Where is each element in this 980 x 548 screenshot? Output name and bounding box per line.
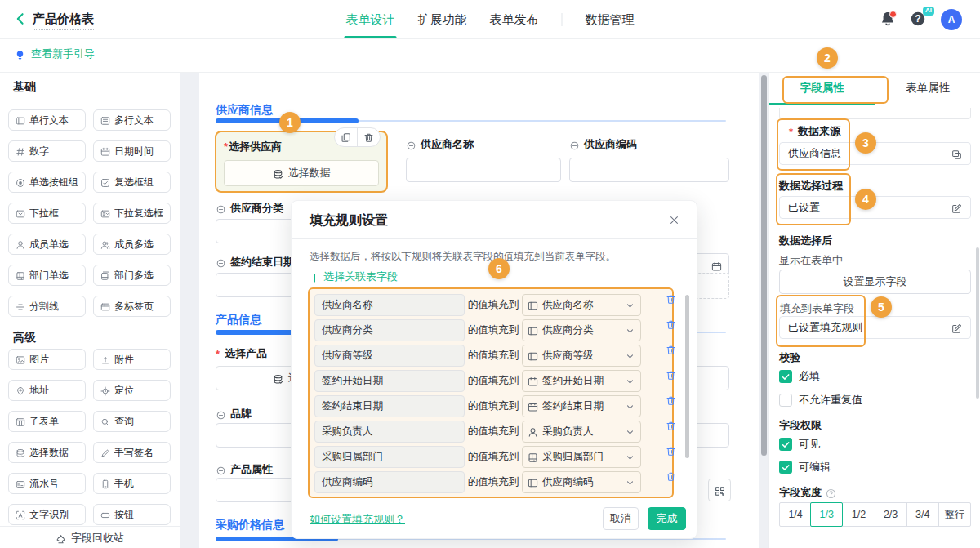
confirm-button[interactable]: 完成 <box>648 507 686 530</box>
field-item-ocr[interactable]: 文字识别 <box>8 504 86 525</box>
rule-source-field[interactable]: 签约结束日期 <box>314 395 465 417</box>
form-reference-icon[interactable] <box>951 147 962 159</box>
field-item-subform[interactable]: 子表单 <box>8 411 86 432</box>
cancel-button[interactable]: 取消 <box>603 507 639 530</box>
delete-rule-icon[interactable] <box>666 470 679 483</box>
field-item-dept-multi[interactable]: 部门多选 <box>93 265 171 286</box>
width-option-2/3[interactable]: 2/3 <box>875 503 906 526</box>
delete-rule-icon[interactable] <box>666 394 679 407</box>
field-recycle-bin[interactable]: 字段回收站 <box>0 531 180 546</box>
field-item-image[interactable]: 图片 <box>8 349 86 370</box>
supplier-name-input[interactable] <box>406 158 561 182</box>
field-item-button-field[interactable]: 按钮 <box>93 504 171 525</box>
field-item-attachment[interactable]: 附件 <box>93 349 171 370</box>
width-option-3/4[interactable]: 3/4 <box>906 503 938 526</box>
field-item-phone[interactable]: 手机 <box>93 473 171 494</box>
add-related-field-link[interactable]: 选择关联表字段 <box>310 270 398 284</box>
rule-source-field[interactable]: 采购归属部门 <box>314 446 465 468</box>
tab-form-properties[interactable]: 表单属性 <box>875 72 980 105</box>
rule-source-field[interactable]: 供应商名称 <box>314 294 465 316</box>
width-option-1/4[interactable]: 1/4 <box>780 503 811 526</box>
form-title[interactable]: 产品价格表 <box>33 11 94 30</box>
width-option-1/3[interactable]: 1/3 <box>810 502 843 527</box>
newbie-guide-link[interactable]: 查看新手引导 <box>15 47 95 61</box>
link-icon <box>216 408 226 420</box>
field-item-tabs[interactable]: 多标签页 <box>93 296 171 317</box>
width-option-整行[interactable]: 整行 <box>938 503 970 526</box>
field-item-query[interactable]: 查询 <box>93 411 171 432</box>
link-icon <box>216 256 226 268</box>
field-item-location[interactable]: 定位 <box>93 380 171 401</box>
rule-source-field[interactable]: 签约开始日期 <box>314 370 465 392</box>
help-icon[interactable]: ?AI <box>910 11 928 29</box>
notification-bell-icon[interactable] <box>880 11 898 29</box>
delete-rule-icon[interactable] <box>666 318 679 331</box>
visible-checkbox[interactable]: 可见 <box>779 437 820 452</box>
delete-rule-icon[interactable] <box>666 292 679 305</box>
qr-scan-button[interactable] <box>708 479 731 501</box>
edit-icon[interactable] <box>951 201 962 213</box>
copy-field-icon[interactable] <box>335 128 357 146</box>
field-item-member-single[interactable]: 成员单选 <box>8 234 86 255</box>
delete-rule-icon[interactable] <box>666 444 679 457</box>
header-tab-3[interactable]: 表单发布 <box>479 0 550 38</box>
tab-field-properties[interactable]: 字段属性 <box>769 72 875 105</box>
field-item-checkbox-group[interactable]: 复选框组 <box>93 172 171 193</box>
truncated-input[interactable] <box>779 108 971 119</box>
multi-line-text-icon <box>100 114 110 126</box>
rule-target-select[interactable]: 签约结束日期 <box>522 395 641 417</box>
field-item-select[interactable]: 下拉框 <box>8 203 86 224</box>
rule-target-select[interactable]: 供应商分类 <box>522 319 641 341</box>
help-question-icon[interactable] <box>826 486 836 498</box>
delete-rule-icon[interactable] <box>666 419 679 432</box>
rule-source-field[interactable]: 供应商编码 <box>314 471 465 493</box>
delete-rule-icon[interactable] <box>666 343 679 356</box>
field-item-multi-line-text[interactable]: 多行文本 <box>93 109 171 131</box>
header-tab-4[interactable]: 数据管理 <box>574 0 646 38</box>
modal-scrollbar[interactable] <box>685 295 689 458</box>
pick-data-button[interactable]: 选择数据 <box>224 160 379 186</box>
rule-target-select[interactable]: 供应商名称 <box>522 294 641 316</box>
rule-target-select[interactable]: 采购负责人 <box>522 421 641 443</box>
required-checkbox[interactable]: 必填 <box>779 369 820 384</box>
field-item-radio-group[interactable]: 单选按钮组 <box>8 172 86 193</box>
field-item-member-multi[interactable]: 成员多选 <box>93 234 171 255</box>
header-tab-1[interactable]: 表单设计 <box>335 0 407 38</box>
delete-rule-icon[interactable] <box>666 368 679 381</box>
user-avatar[interactable]: A <box>941 9 962 30</box>
field-item-address[interactable]: 地址 <box>8 380 86 401</box>
field-item-number[interactable]: 数字 <box>8 140 86 162</box>
fill-rules-help-link[interactable]: 如何设置填充规则？ <box>310 512 405 527</box>
field-item-single-line-text[interactable]: 单行文本 <box>8 109 86 131</box>
editable-checkbox[interactable]: 可编辑 <box>779 460 831 474</box>
qr-icon <box>715 483 725 496</box>
rule-target-select[interactable]: 签约开始日期 <box>522 370 641 392</box>
canvas-scrollbar[interactable] <box>761 75 767 456</box>
selected-field-choose-supplier[interactable]: 选择供应商 选择数据 <box>215 131 388 193</box>
back-icon[interactable] <box>13 11 28 26</box>
field-item-pick-data[interactable]: 选择数据 <box>8 442 86 463</box>
rule-source-field[interactable]: 采购负责人 <box>314 421 465 443</box>
fill-fields-input[interactable]: 已设置填充规则 <box>779 316 971 339</box>
edit-icon[interactable] <box>951 321 962 333</box>
rule-target-select[interactable]: 供应商编码 <box>522 471 641 493</box>
width-option-1/2[interactable]: 1/2 <box>842 503 874 526</box>
supplier-code-input[interactable] <box>569 158 729 182</box>
field-item-dept-single[interactable]: 部门单选 <box>8 265 86 286</box>
rule-target-select[interactable]: 采购归属部门 <box>522 446 641 468</box>
close-icon[interactable] <box>669 213 682 226</box>
field-item-datetime[interactable]: 日期时间 <box>93 140 171 162</box>
rule-target-select[interactable]: 供应商等级 <box>522 345 641 367</box>
rule-source-field[interactable]: 供应商分类 <box>314 319 465 341</box>
field-item-divider[interactable]: 分割线 <box>8 296 86 317</box>
field-item-serial-number[interactable]: 流水号 <box>8 473 86 494</box>
header-tab-2[interactable]: 扩展功能 <box>407 0 479 38</box>
field-item-signature[interactable]: 手写签名 <box>93 442 171 463</box>
field-item-multi-select[interactable]: 下拉复选框 <box>93 203 171 224</box>
rule-source-field[interactable]: 供应商等级 <box>314 345 465 367</box>
delete-field-icon[interactable] <box>357 128 380 146</box>
no-duplicate-checkbox[interactable]: 不允许重复值 <box>779 393 862 408</box>
chevron-down-icon <box>625 476 635 488</box>
panel-scrollbar[interactable] <box>976 247 979 399</box>
set-display-fields-button[interactable]: 设置显示字段 <box>779 270 971 294</box>
